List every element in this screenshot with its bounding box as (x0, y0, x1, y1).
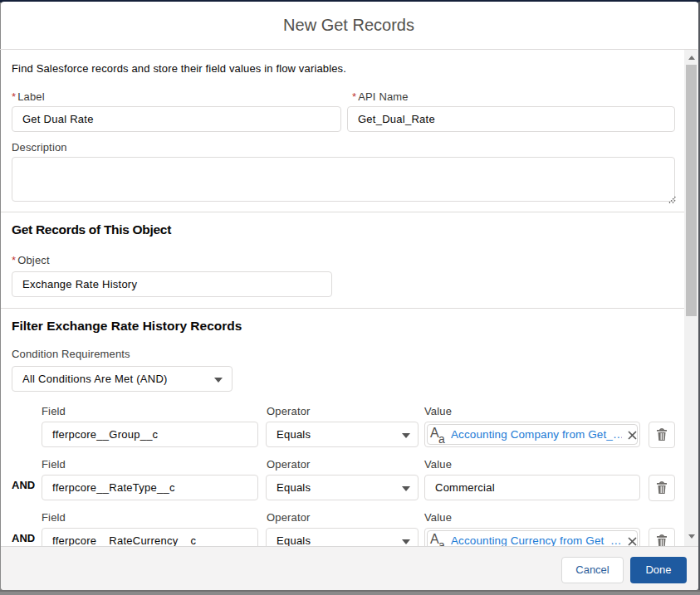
svg-text:a: a (438, 539, 445, 546)
svg-text:a: a (438, 432, 445, 446)
